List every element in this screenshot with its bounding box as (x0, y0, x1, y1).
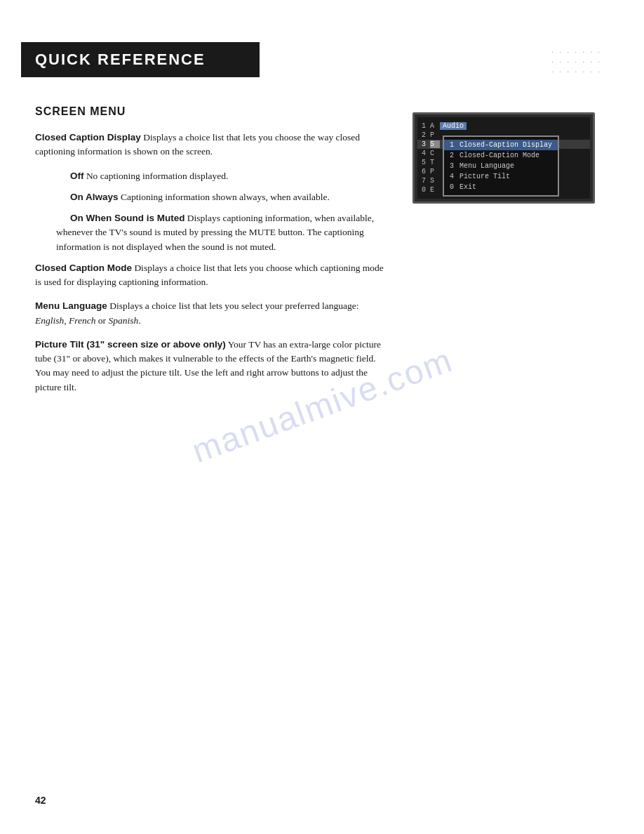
tv-label-audio: Audio (440, 122, 467, 130)
page-title: QUICK REFERENCE (35, 51, 246, 69)
menu-language-period: . (138, 315, 140, 326)
page-number: 42 (35, 795, 46, 806)
desc-off: No captioning information displayed. (86, 171, 228, 181)
submenu-row-1: 1 Closed-Caption Display (444, 140, 558, 150)
term-picture-tilt: Picture Tilt (31" screen size or above o… (35, 339, 226, 350)
term-closed-caption-display: Closed Caption Display (35, 132, 141, 143)
main-content: SCREEN MENU Closed Caption Display Displ… (0, 77, 644, 432)
menu-language-or: or (95, 315, 108, 326)
submenu-row-2: 2 Closed-Caption Mode (444, 150, 558, 161)
menu-language-options: English, French (35, 315, 95, 326)
submenu-row-3: 3 Menu Language (444, 161, 558, 171)
dots-decoration: . . . . . . . . . . . . . . . . . . . . … (552, 46, 603, 75)
submenu-label-3: Menu Language (459, 162, 514, 170)
submenu-label-1: Closed-Caption Display (459, 141, 552, 149)
section-title: SCREEN MENU (35, 105, 391, 118)
entry-closed-caption-mode: Closed Caption Mode Displays a choice li… (35, 261, 391, 290)
desc-menu-language: Displays a choice list that lets you sel… (109, 300, 358, 311)
submenu-overlay: 1 Closed-Caption Display 2 Closed-Captio… (443, 135, 559, 197)
term-on-always: On Always (70, 192, 119, 202)
submenu-row-4: 4 Picture Tilt (444, 171, 558, 182)
term-on-when-muted: On When Sound is Muted (70, 213, 185, 223)
entry-off: Off No captioning information displayed. (56, 169, 391, 183)
submenu-label-2: Closed-Caption Mode (459, 152, 539, 159)
desc-on-always: Captioning information shown always, whe… (121, 192, 330, 202)
tv-row-1: 1 A Audio (417, 121, 590, 131)
submenu-box: 1 Closed-Caption Display 2 Closed-Captio… (443, 135, 559, 197)
submenu-label-0: Exit (459, 183, 476, 191)
entry-picture-tilt: Picture Tilt (31" screen size or above o… (35, 338, 391, 395)
header-bar: QUICK REFERENCE (21, 42, 260, 77)
term-closed-caption-mode: Closed Caption Mode (35, 263, 132, 273)
submenu-label-4: Picture Tilt (459, 173, 510, 180)
term-off: Off (70, 171, 84, 181)
left-column: SCREEN MENU Closed Caption Display Displ… (35, 105, 391, 404)
term-menu-language: Menu Language (35, 300, 107, 311)
tv-screen: 1 A Audio 2 P 3 S 4 (412, 112, 595, 204)
page: . . . . . . . . . . . . . . . . . . . . … (0, 0, 644, 834)
menu-language-spanish: Spanish (108, 315, 138, 326)
entry-closed-caption-display: Closed Caption Display Displays a choice… (35, 131, 391, 159)
right-column: 1 A Audio 2 P 3 S 4 (412, 105, 609, 404)
entry-menu-language: Menu Language Displays a choice list tha… (35, 299, 391, 328)
entry-on-always: On Always Captioning information shown a… (56, 190, 391, 204)
entry-on-when-muted: On When Sound is Muted Displays captioni… (56, 211, 391, 254)
submenu-row-0: 0 Exit (444, 182, 558, 192)
